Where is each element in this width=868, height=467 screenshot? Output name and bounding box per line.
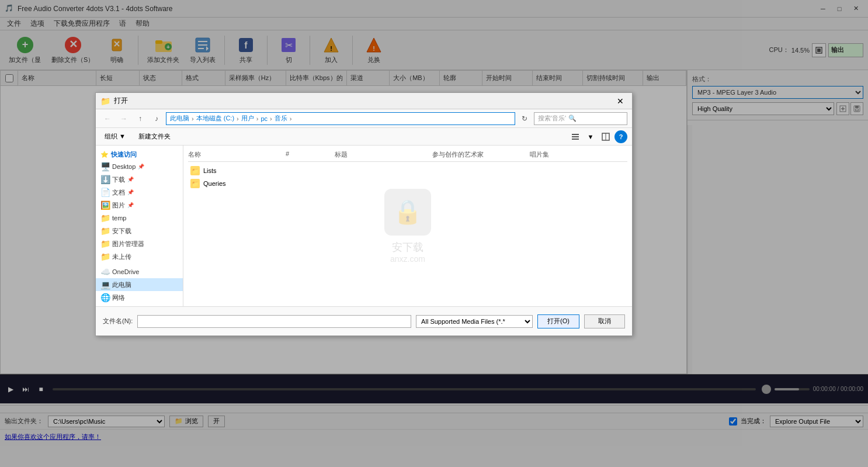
dialog-icon: 📁 xyxy=(100,96,110,106)
dialog-overlay: 📁 打开 ✕ ← → ↑ ♪ 此电脑 › 本地磁盘 (C:) › 用户 › pc… xyxy=(0,0,868,467)
dialog-nav: ← → ↑ ♪ 此电脑 › 本地磁盘 (C:) › 用户 › pc › 音乐 ›… xyxy=(96,109,632,128)
open-dialog: 📁 打开 ✕ ← → ↑ ♪ 此电脑 › 本地磁盘 (C:) › 用户 › pc… xyxy=(95,92,633,336)
dialog-sidebar: ⭐ 快速访问 🖥️ Desktop 📌 ⬇️ 下载 📌 📄 xyxy=(96,146,183,306)
sidebar-not-uploaded[interactable]: 📁 未上传 xyxy=(96,250,183,263)
pin-icon-2: 📌 xyxy=(127,177,134,182)
document-icon: 📄 xyxy=(100,188,110,197)
file-rows: 📁 Lists 📁 Queries xyxy=(188,164,627,190)
svg-rect-34 xyxy=(572,136,579,137)
dialog-cancel-button[interactable]: 取消 xyxy=(584,314,625,328)
network-icon: 🌐 xyxy=(100,293,110,302)
nav-up-button[interactable]: ↑ xyxy=(133,112,147,125)
search-box[interactable]: 搜索'音乐' 🔍 xyxy=(534,112,627,125)
onedrive-icon: ☁️ xyxy=(100,267,110,276)
dialog-close-button[interactable]: ✕ xyxy=(613,94,627,108)
breadcrumb-bar[interactable]: 此电脑 › 本地磁盘 (C:) › 用户 › pc › 音乐 › xyxy=(166,112,515,125)
dialog-body: ⭐ 快速访问 🖥️ Desktop 📌 ⬇️ 下载 📌 📄 xyxy=(96,146,632,306)
nav-forward-button[interactable]: → xyxy=(117,112,131,125)
temp-folder-icon: 📁 xyxy=(100,213,110,223)
filetype-select[interactable]: All Supported Media Files (*.* xyxy=(416,315,533,328)
view-list-button[interactable] xyxy=(569,130,582,143)
col-artist: 参与创作的艺术家 xyxy=(432,150,530,159)
nav-back-button[interactable]: ← xyxy=(100,112,114,125)
dialog-open-button[interactable]: 打开(O) xyxy=(537,314,579,328)
dialog-title: 打开 xyxy=(114,96,613,106)
svg-rect-33 xyxy=(572,134,579,135)
file-name-lists: Lists xyxy=(203,167,217,174)
sidebar-pictures[interactable]: 🖼️ 图片 📌 xyxy=(96,199,183,212)
this-pc-icon: 💻 xyxy=(100,280,110,289)
organize-button[interactable]: 组织 ▼ xyxy=(100,130,130,143)
anzdai-icon: 📁 xyxy=(100,226,110,236)
pin-icon-4: 📌 xyxy=(127,202,134,208)
col-title: 标题 xyxy=(335,150,432,159)
quick-access-section: ⭐ 快速访问 🖥️ Desktop 📌 ⬇️ 下载 📌 📄 xyxy=(96,148,183,263)
star-icon: ⭐ xyxy=(100,151,109,158)
folder-icon-queries: 📁 xyxy=(190,179,200,188)
sidebar-picture-mgr[interactable]: 📁 图片管理器 xyxy=(96,237,183,250)
view-details-button[interactable]: ▼ xyxy=(584,130,597,143)
sidebar-downloads[interactable]: ⬇️ 下载 📌 xyxy=(96,173,183,186)
sidebar-this-pc[interactable]: 💻 此电脑 xyxy=(96,278,183,291)
filename-label: 文件名(N): xyxy=(103,317,133,326)
filename-input[interactable] xyxy=(137,315,411,328)
desktop-icon: 🖥️ xyxy=(100,162,110,171)
pictures-icon: 🖼️ xyxy=(100,200,110,210)
file-name-queries: Queries xyxy=(203,180,226,187)
col-name: 名称 xyxy=(188,150,286,159)
folder-icon-lists: 📁 xyxy=(190,166,200,175)
dialog-toolbar: 组织 ▼ 新建文件夹 ▼ ? xyxy=(96,128,632,146)
search-placeholder: 搜索'音乐' xyxy=(538,114,566,123)
nav-music-button[interactable]: ♪ xyxy=(150,112,164,125)
breadcrumb-music[interactable]: 音乐 xyxy=(275,114,287,123)
search-icon: 🔍 xyxy=(568,115,577,122)
pin-icon: 📌 xyxy=(138,164,144,169)
breadcrumb-pc-user[interactable]: pc xyxy=(261,115,268,122)
new-folder-button[interactable]: 新建文件夹 xyxy=(134,130,175,143)
table-row[interactable]: 📁 Lists xyxy=(188,164,627,177)
svg-rect-35 xyxy=(572,139,579,140)
breadcrumb-users[interactable]: 用户 xyxy=(241,114,254,123)
dialog-titlebar: 📁 打开 ✕ xyxy=(96,93,632,109)
view-controls: ▼ ? xyxy=(569,130,627,143)
col-album: 唱片集 xyxy=(530,150,627,159)
view-help-button[interactable]: ? xyxy=(614,130,627,143)
picture-mgr-icon: 📁 xyxy=(100,239,110,248)
col-num: # xyxy=(286,150,335,159)
sidebar-anzdai[interactable]: 📁 安下载 xyxy=(96,224,183,237)
view-preview-button[interactable] xyxy=(599,130,612,143)
dialog-file-area: 名称 # 标题 参与创作的艺术家 唱片集 📁 Lists 📁 Queries xyxy=(183,146,632,306)
pin-icon-3: 📌 xyxy=(127,189,134,195)
nav-refresh-button[interactable]: ↻ xyxy=(518,112,532,125)
sidebar-onedrive[interactable]: ☁️ OneDrive xyxy=(96,265,183,278)
sidebar-documents[interactable]: 📄 文档 📌 xyxy=(96,186,183,199)
quick-access-label[interactable]: ⭐ 快速访问 xyxy=(96,148,183,160)
watermark-text: 安下载 xyxy=(392,240,423,254)
breadcrumb-pc[interactable]: 此电脑 xyxy=(170,114,189,123)
watermark: 🔒 安下载 anxz.com xyxy=(384,189,431,264)
sidebar-desktop[interactable]: 🖥️ Desktop 📌 xyxy=(96,160,183,173)
not-uploaded-icon: 📁 xyxy=(100,252,110,261)
dialog-footer: 文件名(N): All Supported Media Files (*.* 打… xyxy=(96,306,632,335)
breadcrumb-c[interactable]: 本地磁盘 (C:) xyxy=(196,114,234,123)
watermark-url: anxz.com xyxy=(390,254,425,264)
file-columns-header: 名称 # 标题 参与创作的艺术家 唱片集 xyxy=(188,150,627,162)
watermark-icon: 🔒 xyxy=(384,189,431,236)
download-icon: ⬇️ xyxy=(100,175,110,184)
sidebar-temp[interactable]: 📁 temp xyxy=(96,212,183,224)
sidebar-network[interactable]: 🌐 网络 xyxy=(96,291,183,304)
